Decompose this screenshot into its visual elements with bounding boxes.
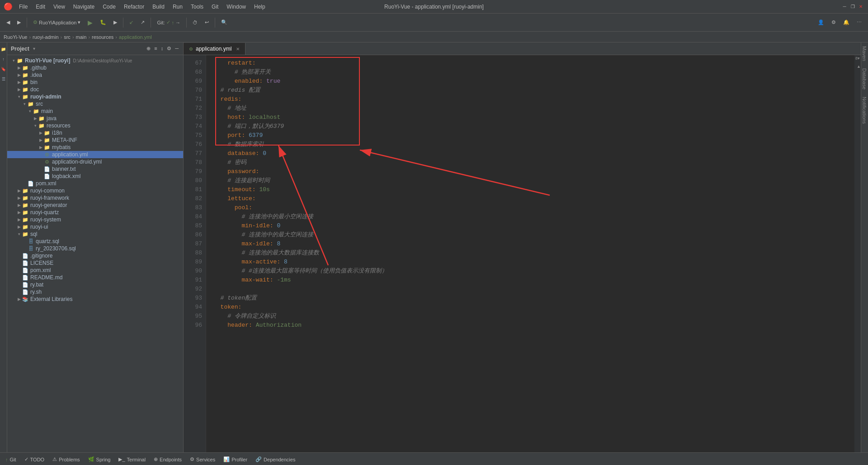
breadcrumb-ruoyi-admin[interactable]: ruoyi-admin bbox=[33, 34, 58, 40]
tree-main[interactable]: ▾ 📁 main bbox=[7, 108, 183, 115]
bottom-tab-endpoints[interactable]: ⊕ Endpoints bbox=[150, 453, 185, 465]
bottom-tab-terminal[interactable]: ▶_ Terminal bbox=[115, 453, 149, 465]
settings-button[interactable]: ⚙ bbox=[829, 18, 839, 27]
tree-pom-admin[interactable]: ▶ 📄 pom.xml bbox=[7, 180, 183, 187]
hide-panel-icon[interactable]: ─ bbox=[174, 45, 179, 52]
minimize-button[interactable]: ─ bbox=[841, 3, 848, 10]
tree-src[interactable]: ▾ 📁 src bbox=[7, 100, 183, 108]
menu-edit[interactable]: Edit bbox=[32, 3, 49, 11]
tree-license[interactable]: ▶ 📄 LICENSE bbox=[7, 259, 183, 267]
tree-readme[interactable]: ▶ 📄 README.md bbox=[7, 274, 183, 281]
tree-idea[interactable]: ▶ 📁 .idea bbox=[7, 71, 183, 79]
tree-application-yml[interactable]: ▶ ⚙ application.yml bbox=[7, 151, 183, 158]
bottom-tab-services[interactable]: ⚙ Services bbox=[186, 453, 219, 465]
tree-ruoyi-admin[interactable]: ▾ 📁 ruoyi-admin bbox=[7, 93, 183, 100]
user-icon[interactable]: 👤 bbox=[815, 18, 827, 27]
menu-window[interactable]: Window bbox=[223, 3, 250, 11]
tree-doc[interactable]: ▶ 📁 doc bbox=[7, 86, 183, 93]
tree-gitignore[interactable]: ▶ 📄 .gitignore bbox=[7, 252, 183, 259]
project-dropdown-arrow[interactable]: ▾ bbox=[33, 46, 35, 51]
menu-tools[interactable]: Tools bbox=[187, 3, 207, 11]
menu-help[interactable]: Help bbox=[250, 3, 269, 11]
tree-ruoyi-framework[interactable]: ▶ 📁 ruoyi-framework bbox=[7, 194, 183, 202]
bottom-tab-git[interactable]: ↑ Git bbox=[2, 453, 20, 465]
tree-ry-sql[interactable]: ▶ 🗄 ry_20230706.sql bbox=[7, 245, 183, 252]
tree-application-druid-yml[interactable]: ▶ ⚙ application-druid.yml bbox=[7, 158, 183, 165]
settings-gear-icon[interactable]: ⚙ bbox=[166, 45, 172, 52]
menu-run[interactable]: Run bbox=[169, 3, 186, 11]
tree-pom-root[interactable]: ▶ 📄 pom.xml bbox=[7, 267, 183, 274]
debug-button[interactable]: 🐛 bbox=[97, 18, 109, 27]
scroll-up-arrow[interactable]: ▲ bbox=[857, 64, 861, 69]
locate-file-icon[interactable]: ⊕ bbox=[146, 45, 151, 52]
menu-navigate[interactable]: Navigate bbox=[70, 3, 98, 11]
menu-git[interactable]: Git bbox=[208, 3, 222, 11]
git-push-button[interactable]: ↗ bbox=[138, 18, 147, 27]
notifications-tab[interactable]: Notifications bbox=[861, 93, 868, 127]
tree-meta-inf[interactable]: ▶ 📁 META-INF bbox=[7, 136, 183, 144]
menu-view[interactable]: View bbox=[50, 3, 69, 11]
tree-ry-sh[interactable]: ▶ 📄 ry.sh bbox=[7, 288, 183, 296]
tree-quartz-sql[interactable]: ▶ 🗄 quartz.sql bbox=[7, 238, 183, 245]
close-button[interactable]: ✕ bbox=[857, 3, 864, 10]
tree-ruoyi-ui[interactable]: ▶ 📁 ruoyi-ui bbox=[7, 223, 183, 230]
breadcrumb-ruoyi-vue[interactable]: RuoYi-Vue bbox=[4, 34, 27, 40]
menu-file[interactable]: File bbox=[15, 3, 31, 11]
breadcrumb-main[interactable]: main bbox=[76, 34, 87, 40]
tree-mybatis[interactable]: ▶ 📁 mybatis bbox=[7, 144, 183, 151]
ry-bat-label: ry.bat bbox=[30, 282, 43, 288]
breadcrumb-file[interactable]: application.yml bbox=[119, 34, 152, 40]
tab-close-button[interactable]: ✕ bbox=[236, 47, 240, 52]
tree-java[interactable]: ▶ 📁 java bbox=[7, 115, 183, 122]
breadcrumb-src[interactable]: src bbox=[64, 34, 71, 40]
tree-logback-xml[interactable]: ▶ 📄 logback.xml bbox=[7, 173, 183, 180]
bottom-tab-profiler[interactable]: 📊 Profiler bbox=[220, 453, 251, 465]
bottom-tab-spring[interactable]: 🌿 Spring bbox=[85, 453, 114, 465]
maven-tab[interactable]: Maven bbox=[861, 42, 868, 65]
tree-ruoyi-system[interactable]: ▶ 📁 ruoyi-system bbox=[7, 216, 183, 223]
tree-banner-txt[interactable]: ▶ 📄 banner.txt bbox=[7, 165, 183, 173]
collapse-all-icon[interactable]: ≡ bbox=[153, 45, 158, 52]
tree-bin[interactable]: ▶ 📁 bin bbox=[7, 79, 183, 86]
maximize-button[interactable]: ❐ bbox=[849, 3, 856, 10]
forward-button[interactable]: ▶ bbox=[14, 18, 24, 27]
database-tab[interactable]: Database bbox=[861, 65, 868, 93]
git-update-button[interactable]: ↙ bbox=[127, 18, 136, 27]
menu-refactor[interactable]: Refactor bbox=[120, 3, 148, 11]
history-button[interactable]: ⏱ bbox=[190, 19, 200, 27]
more-button[interactable]: ⋯ bbox=[854, 18, 864, 27]
bookmarks-icon[interactable]: 🔖 bbox=[0, 66, 7, 72]
code-line-93: # token配置 bbox=[213, 294, 847, 303]
run-config-selector[interactable]: ⚙ RuoYiApplication ▾ bbox=[30, 18, 83, 27]
project-icon[interactable]: 📁 bbox=[0, 46, 7, 52]
bottom-tab-problems[interactable]: ⚠ Problems bbox=[49, 453, 83, 465]
breadcrumb-resources[interactable]: resources bbox=[92, 34, 113, 40]
code-content[interactable]: restart: # 热部署开关 enabled: true # redis 配… bbox=[206, 55, 854, 452]
tree-ruoyi-generator[interactable]: ▶ 📁 ruoyi-generator bbox=[7, 202, 183, 209]
sort-icon[interactable]: ↕ bbox=[160, 45, 165, 52]
notifications-button[interactable]: 🔔 bbox=[840, 18, 852, 27]
search-button[interactable]: 🔍 bbox=[218, 18, 230, 27]
tree-resources[interactable]: ▾ 📁 resources bbox=[7, 122, 183, 129]
structure-icon[interactable]: ☰ bbox=[0, 76, 7, 82]
bottom-tab-dependencies[interactable]: 🔗 Dependencies bbox=[252, 453, 299, 465]
commit-icon[interactable]: ↑ bbox=[0, 56, 7, 62]
scrollbar-area[interactable]: 8▾ ▲ bbox=[854, 55, 861, 452]
bottom-tab-todo[interactable]: ✓ TODO bbox=[21, 453, 48, 465]
tab-application-yml[interactable]: ⚙ application.yml ✕ bbox=[184, 43, 245, 55]
ry-sql-icon: 🗄 bbox=[27, 245, 34, 252]
tree-ruoyi-common[interactable]: ▶ 📁 ruoyi-common bbox=[7, 187, 183, 194]
tree-i18n[interactable]: ▶ 📁 i18n bbox=[7, 129, 183, 136]
tree-ry-bat[interactable]: ▶ 📄 ry.bat bbox=[7, 281, 183, 288]
menu-code[interactable]: Code bbox=[99, 3, 119, 11]
tree-sql[interactable]: ▾ 📁 sql bbox=[7, 230, 183, 238]
tree-root[interactable]: ▾ 📁 RuoYi-Vue [ruoyi] D:\Admin\Desktop\R… bbox=[7, 57, 183, 64]
tree-github[interactable]: ▶ 📁 .github bbox=[7, 64, 183, 71]
coverage-button[interactable]: ▶ bbox=[111, 18, 120, 27]
tree-external-libs[interactable]: ▶ 📚 External Libraries bbox=[7, 296, 183, 303]
back-button[interactable]: ◀ bbox=[4, 18, 13, 27]
undo-button[interactable]: ↩ bbox=[202, 18, 212, 27]
menu-build[interactable]: Build bbox=[149, 3, 168, 11]
run-button[interactable]: ▶ bbox=[85, 18, 95, 28]
tree-ruoyi-quartz[interactable]: ▶ 📁 ruoyi-quartz bbox=[7, 209, 183, 216]
